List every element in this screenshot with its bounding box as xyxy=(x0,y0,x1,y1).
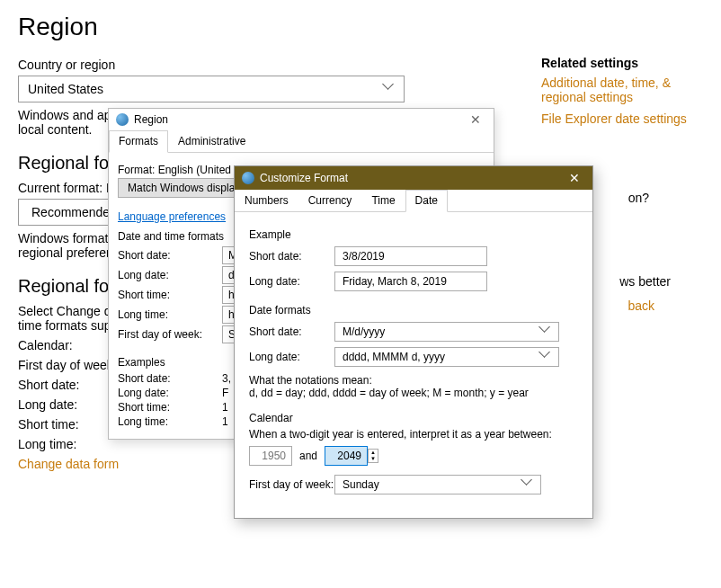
notation-text: d, dd = day; ddd, dddd = day of week; M … xyxy=(249,387,578,399)
tab-time[interactable]: Time xyxy=(361,190,405,211)
region-titlebar[interactable]: Region ✕ xyxy=(109,109,494,130)
tab-administrative[interactable]: Administrative xyxy=(168,130,255,152)
year-from-input: 1950 xyxy=(249,446,292,466)
fmt-lbl-short: Short date: xyxy=(249,325,334,338)
ex-long-date-val: F xyxy=(222,387,228,399)
related-settings-sidebar: Related settings Additional date, time, … xyxy=(541,56,703,129)
date-formats-section: Date formats Short date: M/d/yyyy Long d… xyxy=(249,304,578,399)
ex-lbl-short: Short date: xyxy=(249,250,334,263)
customize-format-dialog: Customize Format ✕ Numbers Currency Time… xyxy=(234,165,593,519)
lbl-first-day: First day of week: xyxy=(118,328,217,341)
country-dropdown[interactable]: United States xyxy=(18,76,405,102)
region-tabs: Formats Administrative xyxy=(109,130,494,153)
ex-lbl-short-date: Short date: xyxy=(118,372,217,385)
partial-text: on? xyxy=(628,191,649,205)
page-title: Region xyxy=(18,13,703,41)
short-date-example: 3/8/2019 xyxy=(334,246,487,266)
lbl-short-date: Short date: xyxy=(118,249,217,262)
chevron-down-icon xyxy=(384,84,395,94)
chevron-down-icon xyxy=(522,479,533,490)
globe-icon xyxy=(116,113,129,126)
chevron-down-icon xyxy=(540,326,551,337)
format-label: Format: English (United xyxy=(118,164,231,176)
and-label: and xyxy=(299,450,317,462)
close-icon[interactable]: ✕ xyxy=(465,112,486,127)
close-icon[interactable]: ✕ xyxy=(564,171,585,185)
long-date-format-select[interactable]: dddd, MMMM d, yyyy xyxy=(334,347,559,367)
example-section: Example Short date:3/8/2019 Long date:Fr… xyxy=(249,228,578,291)
notation-title: What the notations mean: xyxy=(249,374,578,387)
ex-long-time-val: 1 xyxy=(222,415,228,428)
globe-icon xyxy=(242,172,254,184)
long-date-example: Friday, March 8, 2019 xyxy=(334,272,487,291)
link-file-explorer-settings[interactable]: File Explorer date settings xyxy=(541,111,703,126)
tab-formats[interactable]: Formats xyxy=(109,130,168,153)
ex-short-date-val: 3, xyxy=(222,372,231,385)
tab-date[interactable]: Date xyxy=(405,190,448,212)
country-value: United States xyxy=(28,82,103,96)
cal-first-day-label: First day of week: xyxy=(249,478,334,491)
ex-lbl-short-time: Short time: xyxy=(118,401,217,414)
year-to-input[interactable]: 2049 xyxy=(325,446,368,466)
year-spinner[interactable]: ▲▼ xyxy=(368,449,378,463)
lbl-short-time: Short time: xyxy=(118,289,217,301)
language-preferences-link[interactable]: Language preferences xyxy=(118,210,226,223)
lbl-long-time: Long time: xyxy=(118,308,217,321)
link-additional-settings[interactable]: Additional date, time, & regional settin… xyxy=(541,76,703,104)
sidebar-title: Related settings xyxy=(541,56,703,70)
ex-lbl-long-date: Long date: xyxy=(118,387,217,399)
lbl-long-date: Long date: xyxy=(118,269,217,281)
customize-tabs: Numbers Currency Time Date xyxy=(235,190,592,212)
calendar-section: Calendar When a two-digit year is entere… xyxy=(249,412,578,494)
calendar-title: Calendar xyxy=(249,412,578,424)
chevron-down-icon xyxy=(540,352,551,362)
spinner-down-icon[interactable]: ▼ xyxy=(369,456,378,462)
ex-lbl-long: Long date: xyxy=(249,275,334,288)
example-title: Example xyxy=(249,228,578,241)
ex-short-time-val: 1 xyxy=(222,401,228,414)
spinner-up-icon[interactable]: ▲ xyxy=(369,450,378,456)
customize-dialog-title: Customize Format xyxy=(260,172,348,184)
partial-text: ws better xyxy=(619,274,671,289)
fmt-lbl-long: Long date: xyxy=(249,351,334,363)
ex-lbl-long-time: Long time: xyxy=(118,415,217,428)
first-day-select[interactable]: Sunday xyxy=(334,475,541,494)
partial-link[interactable]: back xyxy=(628,298,654,313)
year-range-text: When a two-digit year is entered, interp… xyxy=(249,428,578,441)
tab-currency[interactable]: Currency xyxy=(298,190,362,211)
match-windows-button[interactable]: Match Windows display xyxy=(118,178,250,198)
customize-titlebar[interactable]: Customize Format ✕ xyxy=(235,166,592,190)
short-date-format-select[interactable]: M/d/yyyy xyxy=(334,322,559,342)
date-formats-title: Date formats xyxy=(249,304,578,316)
tab-numbers[interactable]: Numbers xyxy=(235,190,298,211)
region-dialog-title: Region xyxy=(134,113,168,126)
